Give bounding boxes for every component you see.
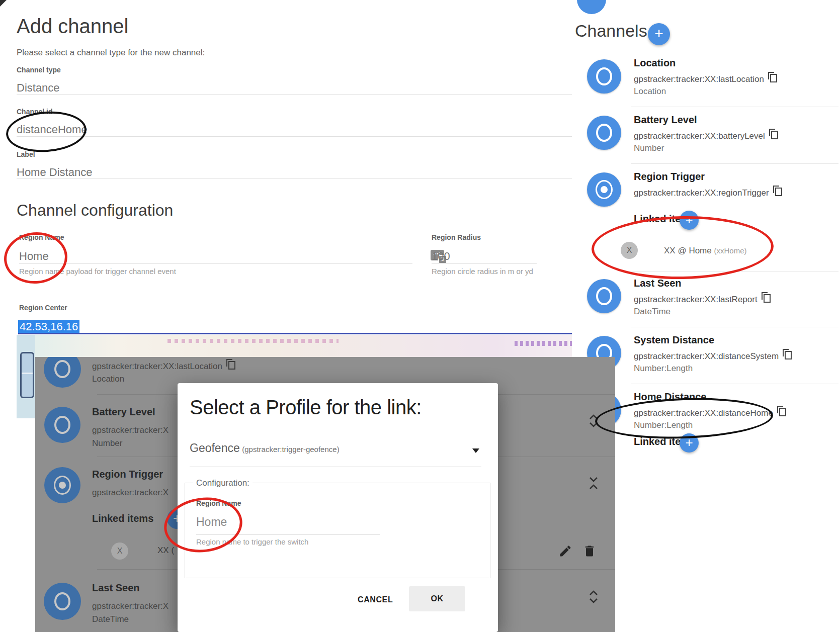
circle-outline-icon — [596, 124, 612, 142]
page-subtitle: Please select a channel type for the new… — [17, 48, 205, 58]
channel-type: Number:Length — [634, 364, 693, 374]
label-label: Label — [17, 150, 35, 158]
channel-type-label: Channel type — [17, 66, 61, 74]
channel-type: Location — [92, 374, 124, 384]
collapse-row-icon — [587, 476, 600, 491]
channel-type: Number — [92, 438, 122, 448]
dialog-region-name-label: Region Name — [196, 499, 241, 507]
linked-item-avatar: X — [111, 543, 128, 560]
region-name-field[interactable]: Home — [19, 250, 49, 263]
channel-title: Region Trigger — [92, 469, 163, 480]
channel-config-title: Channel configuration — [17, 201, 173, 220]
circle-outline-icon — [596, 67, 612, 85]
channel-uid: gpstracker:tracker:XX:lastReport — [634, 294, 771, 305]
region-center-focus-underline — [18, 333, 572, 334]
channel-title: Region Trigger — [634, 171, 705, 183]
channel-uid: gpstracker:tracker:X — [92, 488, 169, 498]
profile-select-value: Geofence — [190, 441, 240, 455]
window-corner-mark — [0, 0, 7, 7]
copy-icon[interactable] — [764, 294, 771, 303]
channels-panel-title: Channels — [575, 21, 647, 41]
circle-outline-icon — [596, 287, 612, 305]
dialog-title: Select a Profile for the link: — [190, 396, 422, 419]
fieldset-legend: Configuration: — [193, 478, 253, 488]
channel-uid: gpstracker:tracker:XX:batteryLevel — [634, 131, 778, 141]
channel-title: Home Distance — [634, 391, 707, 403]
channel-kind-icon — [587, 172, 621, 207]
channel-type: DateTime — [634, 307, 670, 317]
region-radius-field[interactable]: 100 — [432, 250, 450, 263]
profile-select[interactable]: Geofence (gpstracker:trigger-geofence) — [190, 441, 481, 468]
channel-title: Location — [634, 57, 676, 69]
configuration-fieldset: Configuration: Region Name Home Region n… — [185, 483, 490, 578]
add-linked-item-button[interactable]: + — [680, 211, 699, 230]
channel-kind-icon — [587, 116, 621, 150]
channel-uid: gpstracker:tracker:XX:distanceSystem — [634, 351, 792, 362]
edit-pencil-icon — [558, 544, 572, 558]
channel-title: System Distance — [634, 334, 714, 346]
map-preview-left — [17, 335, 35, 418]
linked-item-avatar: X — [621, 242, 638, 259]
region-radius-hint: Region circle radius in m or yd — [432, 267, 533, 276]
channel-title: Battery Level — [634, 114, 697, 126]
channel-title: Last Seen — [92, 582, 139, 594]
region-name-underline — [19, 263, 412, 264]
linked-item-label: XX ( — [157, 546, 174, 556]
channel-uid: gpstracker:tracker:XX:lastLocation — [92, 361, 235, 372]
profile-dialog: Select a Profile for the link: Geofence … — [178, 383, 498, 632]
page: Add channel Please select a channel type… — [0, 0, 840, 632]
region-center-field[interactable]: 42.53,16.16 — [18, 320, 79, 333]
copy-icon[interactable] — [775, 188, 782, 196]
region-center-selected-text: 42.53,16.16 — [18, 320, 79, 333]
channel-title: Battery Level — [92, 406, 155, 418]
region-name-label: Region Name — [19, 233, 64, 241]
region-radius-label: Region Radius — [432, 233, 481, 241]
dialog-region-name-hint: Region name to trigger the switch — [196, 537, 308, 546]
channel-type-underline — [17, 94, 572, 95]
channel-type: Location — [634, 86, 666, 97]
copy-icon[interactable] — [771, 131, 778, 139]
channel-kind-icon — [44, 357, 81, 388]
copy-icon[interactable] — [779, 408, 786, 416]
channel-type: Number — [634, 143, 664, 153]
channel-kind-icon — [44, 583, 81, 620]
channel-title: Last Seen — [634, 278, 681, 289]
linked-item-row[interactable]: X XX @ Home (xxHome) — [621, 242, 832, 262]
delete-trash-icon — [582, 544, 597, 558]
map-zoom-control[interactable] — [20, 352, 34, 398]
channel-id-label: Channel id — [17, 108, 53, 116]
add-linked-item-button[interactable]: + — [680, 433, 699, 453]
copy-icon[interactable] — [785, 351, 792, 359]
copy-icon — [228, 361, 235, 370]
cut-off-fab-icon — [577, 0, 606, 14]
dialog-region-name-field[interactable]: Home — [196, 515, 227, 529]
region-name-hint: Region name payload for trigger channel … — [19, 267, 176, 276]
copy-icon[interactable] — [770, 74, 777, 82]
channel-id-field[interactable]: distanceHome — [17, 123, 88, 136]
add-channel-button[interactable]: + — [648, 23, 670, 45]
chevron-down-icon — [472, 448, 479, 453]
channel-kind-icon — [44, 407, 80, 443]
channel-uid: gpstracker:tracker:XX:lastLocation — [634, 74, 777, 84]
channel-uid: gpstracker:tracker:XX:distanceHome — [634, 408, 786, 418]
profile-select-uid: (gpstracker:trigger-geofence) — [242, 445, 339, 454]
channel-uid: gpstracker:tracker:X — [92, 601, 169, 611]
channel-uid: gpstracker:tracker:X — [92, 425, 169, 435]
region-center-label: Region Center — [19, 304, 67, 312]
ok-button[interactable]: OK — [409, 586, 465, 611]
channel-kind-icon — [44, 467, 80, 503]
channel-type-field[interactable]: Distance — [17, 81, 60, 95]
channel-kind-icon — [587, 59, 621, 94]
expand-row-icon — [587, 413, 600, 428]
label-field[interactable]: Home Distance — [17, 166, 92, 179]
cancel-button[interactable]: CANCEL — [349, 588, 402, 611]
circle-dot-icon — [596, 180, 613, 199]
map-preview-strip — [17, 335, 572, 358]
linked-item-id: (xxHome) — [714, 246, 746, 255]
expand-row-icon — [587, 589, 600, 604]
label-underline — [17, 178, 572, 179]
linked-item-label: XX @ Home (xxHome) — [664, 246, 746, 256]
channel-type: DateTime — [92, 614, 129, 624]
region-radius-underline — [432, 263, 537, 264]
channel-type: Number:Length — [634, 420, 693, 430]
